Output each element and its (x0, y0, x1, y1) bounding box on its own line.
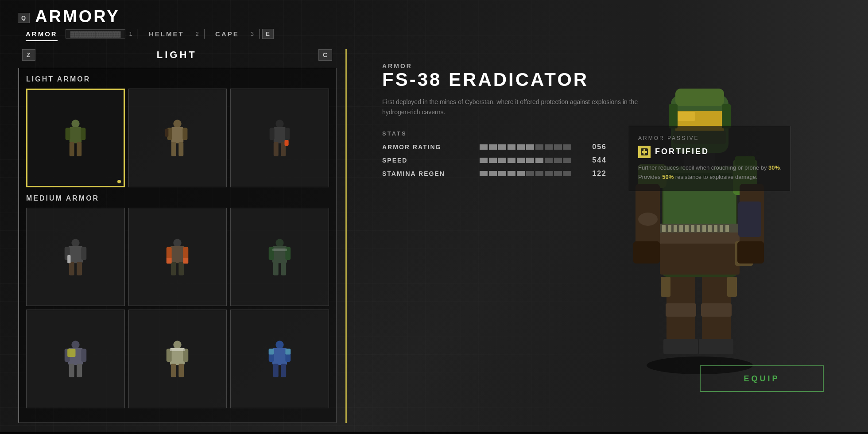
stat-pip (526, 144, 534, 150)
svg-rect-91 (69, 364, 74, 377)
c-key[interactable]: C (318, 49, 332, 61)
stat-pip (526, 158, 534, 163)
svg-rect-65 (71, 239, 79, 247)
tab-armor-number: 1 (125, 31, 136, 37)
svg-rect-87 (71, 341, 79, 349)
svg-rect-102 (272, 348, 287, 365)
armor-item-med-5[interactable] (128, 310, 227, 408)
item-name: FS-38 ERADICATOR (382, 70, 824, 90)
stat-label-armor: ARMOR RATING (382, 143, 471, 151)
z-key[interactable]: Z (22, 49, 35, 61)
medium-armor-title: MEDIUM ARMOR (26, 194, 329, 202)
svg-rect-64 (285, 140, 289, 146)
tab-helmet-number: 2 (192, 31, 202, 37)
passive-box: ARMOR PASSIVE FORTIFIED Further redu (629, 126, 791, 191)
svg-rect-59 (274, 127, 286, 143)
svg-rect-70 (77, 262, 82, 275)
light-armor-title: LIGHT ARMOR (26, 75, 329, 83)
svg-rect-60 (270, 128, 275, 140)
e-key[interactable]: E (262, 29, 274, 39)
stat-pip (498, 171, 506, 176)
svg-rect-62 (274, 142, 279, 156)
stat-row-speed: SPEED 544 (382, 156, 607, 164)
stat-pip (535, 144, 543, 150)
stat-bar-armor (480, 144, 571, 150)
tab-armor-underline: ▓▓▓▓▓▓▓▓▓▓▓▓ (66, 29, 126, 39)
equip-button[interactable]: EQUIP (700, 365, 824, 392)
stat-pip (545, 144, 553, 150)
svg-rect-106 (281, 364, 286, 377)
stat-pip (535, 171, 543, 176)
svg-rect-100 (170, 348, 185, 351)
stat-pip (508, 171, 515, 176)
category-toggle: Z LIGHT C (18, 49, 337, 61)
armor-item-light-1[interactable] (26, 89, 125, 187)
stat-pip (517, 171, 525, 176)
svg-rect-50 (77, 142, 81, 156)
stat-bar-speed (480, 158, 571, 163)
armor-item-med-2[interactable] (128, 208, 227, 306)
svg-rect-47 (65, 128, 70, 140)
page-title: ARMORY (35, 8, 120, 25)
stat-pip (554, 144, 562, 150)
left-panel: Z LIGHT C LIGHT ARMOR (18, 49, 337, 423)
armor-item-light-2[interactable] (128, 89, 227, 187)
svg-rect-71 (67, 255, 70, 263)
stat-pip (489, 158, 497, 163)
svg-rect-61 (285, 128, 290, 140)
armor-item-light-3[interactable] (230, 89, 329, 187)
stat-pip (535, 158, 543, 163)
svg-rect-69 (69, 262, 74, 275)
highlight-30: 30% (768, 164, 780, 171)
stat-label-stamina: STAMINA REGEN (382, 170, 471, 177)
stat-value-armor: 056 (580, 143, 607, 151)
stat-pip (480, 171, 488, 176)
stat-pip (517, 158, 525, 163)
svg-rect-46 (70, 127, 82, 143)
svg-rect-90 (81, 349, 86, 362)
stat-pip (480, 158, 488, 163)
svg-rect-58 (275, 120, 283, 128)
svg-rect-80 (275, 239, 283, 247)
main-container: Q ARMORY ARMOR ▓▓▓▓▓▓▓▓▓▓▓▓ 1 │ HELMET 2… (0, 0, 868, 434)
tab-cape-number: 3 (247, 31, 257, 37)
tab-divider-1: │ (136, 29, 141, 39)
svg-rect-78 (167, 258, 172, 264)
q-key[interactable]: Q (18, 13, 30, 23)
tab-armor[interactable]: ARMOR ▓▓▓▓▓▓▓▓▓▓▓▓ 1 (18, 27, 136, 40)
header: Q ARMORY ARMOR ▓▓▓▓▓▓▓▓▓▓▓▓ 1 │ HELMET 2… (0, 0, 868, 40)
svg-rect-98 (171, 364, 176, 377)
armor-item-med-4[interactable] (26, 310, 125, 408)
tab-divider-3: │ (257, 29, 262, 39)
content-area: Z LIGHT C LIGHT ARMOR (0, 40, 868, 432)
svg-rect-108 (285, 349, 291, 355)
tab-helmet[interactable]: HELMET 2 (141, 27, 202, 40)
svg-rect-99 (179, 364, 184, 377)
svg-rect-86 (272, 248, 287, 251)
svg-rect-93 (67, 349, 75, 357)
armor-item-med-1[interactable] (26, 208, 125, 306)
passive-name: FORTIFIED (655, 147, 709, 156)
item-category: ARMOR (382, 62, 824, 70)
passive-title: ARMOR PASSIVE (638, 135, 782, 141)
stat-pip (508, 144, 515, 150)
stat-value-speed: 544 (580, 156, 607, 164)
armor-item-med-3[interactable] (230, 208, 329, 306)
tab-divider-2: │ (202, 29, 207, 39)
category-label: LIGHT (157, 49, 197, 61)
stat-pip (526, 171, 534, 176)
armor-item-med-6[interactable] (230, 310, 329, 408)
stat-bar-stamina (480, 171, 571, 176)
tabs-row: ARMOR ▓▓▓▓▓▓▓▓▓▓▓▓ 1 │ HELMET 2 │ CAPE 3… (18, 27, 850, 40)
stat-pip (545, 158, 553, 163)
svg-rect-56 (179, 142, 184, 156)
tab-cape[interactable]: CAPE 3 (207, 27, 257, 40)
item-description: First deployed in the mines of Cyberstan… (382, 97, 639, 117)
svg-rect-92 (77, 364, 82, 377)
stat-pip (489, 171, 497, 176)
vertical-divider (345, 49, 347, 423)
stat-pip (498, 144, 506, 150)
light-armor-grid (26, 89, 329, 187)
tab-cape-label: CAPE (207, 27, 247, 40)
stat-pip (545, 171, 553, 176)
